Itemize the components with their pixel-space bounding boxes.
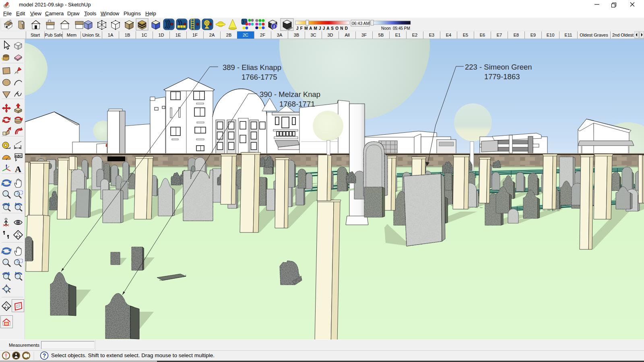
svg-text:05:45 PM: 05:45 PM bbox=[393, 26, 410, 31]
svg-text:A: A bbox=[15, 164, 21, 174]
svg-text:A-5: A-5 bbox=[16, 235, 20, 238]
svg-text:A-5: A-5 bbox=[4, 306, 8, 309]
svg-text:J F M A M J J A S O N D: J F M A M J J A S O N D bbox=[296, 26, 348, 31]
svg-text:390 - Melzar Knap: 390 - Melzar Knap bbox=[260, 90, 320, 99]
svg-text:223 - Simeon Green: 223 - Simeon Green bbox=[465, 63, 532, 71]
svg-text:C: C bbox=[17, 232, 19, 235]
svg-text:C: C bbox=[5, 303, 7, 306]
svg-text:ABC: ABC bbox=[15, 154, 22, 158]
svg-text:Noon: Noon bbox=[381, 26, 391, 31]
svg-text:1766-1775: 1766-1775 bbox=[242, 73, 277, 81]
svg-text:389 - Elias Knapp: 389 - Elias Knapp bbox=[223, 63, 281, 72]
svg-text:1779-1863: 1779-1863 bbox=[484, 72, 520, 81]
svg-text:?: ? bbox=[43, 352, 46, 359]
svg-text:06:43 AM: 06:43 AM bbox=[352, 21, 369, 26]
svg-text:1768-1771: 1768-1771 bbox=[279, 100, 315, 108]
